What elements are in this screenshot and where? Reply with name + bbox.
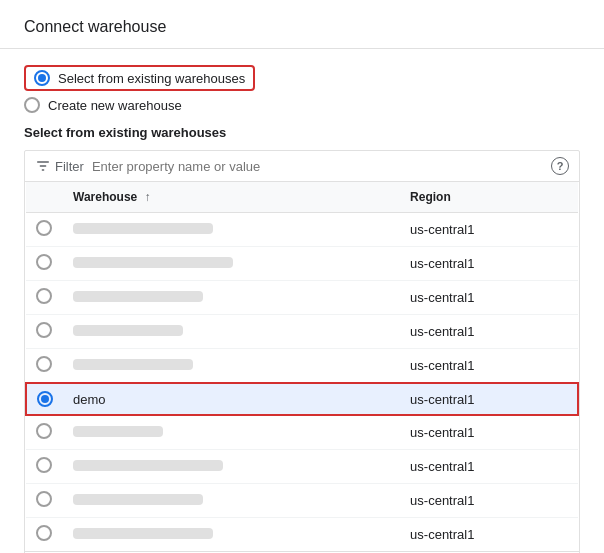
warehouse-name-skeleton: [73, 291, 203, 302]
row-radio-cell: [26, 450, 63, 484]
row-region: us-central1: [400, 247, 578, 281]
row-warehouse-name: [63, 415, 400, 450]
row-region: us-central1: [400, 518, 578, 552]
region-text: us-central1: [410, 425, 474, 440]
row-warehouse-name: [63, 213, 400, 247]
warehouse-name-skeleton: [73, 460, 223, 471]
table-row[interactable]: us-central1: [26, 315, 578, 349]
dialog-body: Select from existing warehouses Create n…: [0, 49, 604, 553]
table-row[interactable]: us-central1: [26, 415, 578, 450]
row-warehouse-name: [63, 349, 400, 384]
table-body: us-central1us-central1us-central1us-cent…: [26, 213, 578, 552]
table-row[interactable]: us-central1: [26, 484, 578, 518]
row-radio-9[interactable]: [36, 491, 52, 507]
filter-row: Filter ?: [25, 151, 579, 182]
row-warehouse-name: [63, 518, 400, 552]
row-warehouse-name: demo: [63, 383, 400, 415]
option2-radio[interactable]: [24, 97, 40, 113]
warehouse-name-skeleton: [73, 494, 203, 505]
option1-row: Select from existing warehouses: [24, 65, 580, 91]
row-region: us-central1: [400, 315, 578, 349]
row-radio-cell: [26, 281, 63, 315]
option1-label: Select from existing warehouses: [58, 71, 245, 86]
row-radio-5[interactable]: [36, 356, 52, 372]
row-radio-cell: [26, 315, 63, 349]
help-icon[interactable]: ?: [551, 157, 569, 175]
row-region: us-central1: [400, 450, 578, 484]
row-radio-cell: [26, 213, 63, 247]
filter-icon: Filter: [35, 158, 84, 174]
row-region: us-central1: [400, 415, 578, 450]
option1-radio[interactable]: [34, 70, 50, 86]
row-warehouse-name: [63, 247, 400, 281]
th-warehouse-label: Warehouse: [73, 190, 137, 204]
row-warehouse-name: [63, 315, 400, 349]
region-text: us-central1: [410, 392, 474, 407]
region-text: us-central1: [410, 290, 474, 305]
region-text: us-central1: [410, 527, 474, 542]
warehouse-name-skeleton: [73, 325, 183, 336]
row-radio-cell: [26, 383, 63, 415]
warehouse-table: Warehouse ↑ Region us-central1us-central…: [25, 182, 579, 551]
table-row[interactable]: us-central1: [26, 247, 578, 281]
row-radio-cell: [26, 484, 63, 518]
section-title: Select from existing warehouses: [24, 125, 580, 140]
warehouse-table-container: Filter ? Warehouse ↑ Region: [24, 150, 580, 553]
warehouse-name-skeleton: [73, 359, 193, 370]
row-warehouse-name: [63, 281, 400, 315]
table-row[interactable]: us-central1: [26, 349, 578, 384]
row-region: us-central1: [400, 349, 578, 384]
warehouse-name-skeleton: [73, 223, 213, 234]
filter-text: Filter: [55, 159, 84, 174]
row-radio-6[interactable]: [37, 391, 53, 407]
row-radio-8[interactable]: [36, 457, 52, 473]
option2-row[interactable]: Create new warehouse: [24, 97, 580, 113]
row-radio-10[interactable]: [36, 525, 52, 541]
row-radio-cell: [26, 247, 63, 281]
row-warehouse-name: [63, 450, 400, 484]
table-row[interactable]: us-central1: [26, 450, 578, 484]
row-region: us-central1: [400, 383, 578, 415]
row-radio-cell: [26, 415, 63, 450]
row-warehouse-name: [63, 484, 400, 518]
row-radio-7[interactable]: [36, 423, 52, 439]
row-radio-cell: [26, 518, 63, 552]
row-radio-4[interactable]: [36, 322, 52, 338]
region-text: us-central1: [410, 493, 474, 508]
row-radio-1[interactable]: [36, 220, 52, 236]
th-region-label: Region: [410, 190, 451, 204]
warehouse-name-text: demo: [73, 392, 106, 407]
table-row[interactable]: us-central1: [26, 213, 578, 247]
dialog-title: Connect warehouse: [0, 0, 604, 49]
table-header-row: Warehouse ↑ Region: [26, 182, 578, 213]
warehouse-name-skeleton: [73, 426, 163, 437]
row-radio-2[interactable]: [36, 254, 52, 270]
th-radio: [26, 182, 63, 213]
region-text: us-central1: [410, 324, 474, 339]
option1-selected-box[interactable]: Select from existing warehouses: [24, 65, 255, 91]
table-row[interactable]: us-central1: [26, 281, 578, 315]
row-radio-3[interactable]: [36, 288, 52, 304]
region-text: us-central1: [410, 222, 474, 237]
th-warehouse[interactable]: Warehouse ↑: [63, 182, 400, 213]
connect-warehouse-dialog: Connect warehouse Select from existing w…: [0, 0, 604, 553]
table-row[interactable]: demous-central1: [26, 383, 578, 415]
warehouse-name-skeleton: [73, 257, 233, 268]
table-row[interactable]: us-central1: [26, 518, 578, 552]
region-text: us-central1: [410, 256, 474, 271]
region-text: us-central1: [410, 459, 474, 474]
sort-up-icon: ↑: [145, 190, 151, 204]
row-region: us-central1: [400, 213, 578, 247]
filter-input[interactable]: [92, 159, 543, 174]
warehouse-name-skeleton: [73, 528, 213, 539]
filter-svg-icon: [35, 158, 51, 174]
region-text: us-central1: [410, 358, 474, 373]
row-region: us-central1: [400, 484, 578, 518]
row-region: us-central1: [400, 281, 578, 315]
option2-label: Create new warehouse: [48, 98, 182, 113]
th-region: Region: [400, 182, 578, 213]
row-radio-cell: [26, 349, 63, 384]
